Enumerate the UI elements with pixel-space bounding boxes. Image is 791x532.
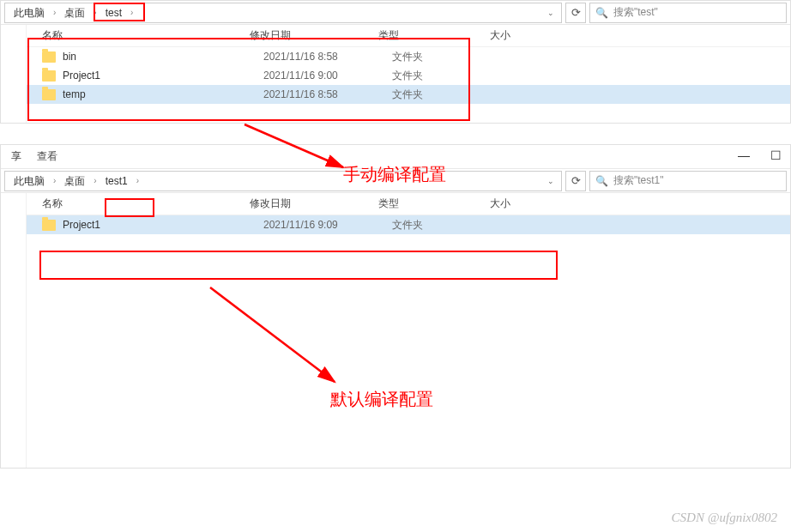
explorer-window-2: — ☐ 享 查看 此电脑 › 桌面 › test1 › ⌄ ⟳ 🔍 搜索"tes…	[0, 144, 791, 469]
minimize-button[interactable]: —	[738, 148, 750, 162]
breadcrumb-part[interactable]: 此电脑	[9, 172, 50, 190]
chevron-right-icon[interactable]: ›	[92, 8, 98, 17]
column-headers[interactable]: 名称 修改日期 类型 大小	[27, 193, 790, 215]
cell-type: 文件夹	[392, 69, 504, 83]
chevron-right-icon[interactable]: ›	[51, 176, 57, 185]
search-icon: 🔍	[595, 175, 608, 187]
chevron-down-icon[interactable]: ⌄	[544, 9, 558, 17]
tab-share[interactable]: 享	[11, 149, 21, 164]
search-input[interactable]: 🔍 搜索"test"	[589, 3, 787, 23]
breadcrumb-part[interactable]: test	[100, 3, 127, 22]
chevron-down-icon[interactable]: ⌄	[544, 177, 558, 185]
refresh-button[interactable]: ⟳	[565, 3, 586, 23]
col-date[interactable]: 修改日期	[250, 28, 378, 43]
breadcrumb-part[interactable]: test1	[100, 172, 133, 190]
col-date[interactable]: 修改日期	[250, 196, 378, 211]
breadcrumb-part[interactable]: 此电脑	[9, 3, 50, 22]
list-body: 名称 修改日期 类型 大小 Project1 2021/11/16 9:09 文…	[27, 193, 790, 468]
cell-type: 文件夹	[392, 50, 504, 64]
table-row[interactable]: Project1 2021/11/16 9:09 文件夹	[27, 215, 790, 234]
file-list: 名称 修改日期 类型 大小 bin 2021/11/16 8:58 文件夹 Pr…	[1, 25, 790, 123]
col-name[interactable]: 名称	[27, 28, 250, 43]
col-size[interactable]: 大小	[490, 28, 576, 43]
cell-date: 2021/11/16 8:58	[263, 88, 392, 100]
breadcrumb-part[interactable]: 桌面	[59, 172, 90, 190]
side-gutter	[1, 193, 27, 468]
search-placeholder: 搜索"test"	[613, 5, 658, 20]
list-body: 名称 修改日期 类型 大小 bin 2021/11/16 8:58 文件夹 Pr…	[27, 25, 790, 123]
spacer	[27, 104, 790, 123]
breadcrumb-part[interactable]: 桌面	[59, 3, 90, 22]
watermark: CSDN @ufgnix0802	[672, 511, 777, 525]
side-gutter	[1, 25, 27, 123]
folder-icon	[42, 51, 56, 63]
cell-type: 文件夹	[392, 218, 504, 233]
cell-date: 2021/11/16 8:58	[263, 51, 392, 63]
ribbon-tabs: 享 查看	[1, 145, 790, 169]
folder-icon	[42, 89, 56, 100]
col-type[interactable]: 类型	[378, 28, 490, 43]
search-input[interactable]: 🔍 搜索"test1"	[589, 171, 787, 191]
col-name[interactable]: 名称	[27, 196, 250, 211]
breadcrumb-bar: 此电脑 › 桌面 › test › ⌄ ⟳ 🔍 搜索"test"	[1, 1, 790, 25]
cell-name: Project1	[63, 219, 263, 231]
col-type[interactable]: 类型	[378, 196, 490, 211]
breadcrumb-bar: 此电脑 › 桌面 › test1 › ⌄ ⟳ 🔍 搜索"test1"	[1, 169, 790, 193]
search-icon: 🔍	[595, 7, 608, 19]
cell-name: Project1	[63, 70, 263, 82]
folder-icon	[42, 220, 56, 231]
table-row[interactable]: Project1 2021/11/16 9:00 文件夹	[27, 66, 790, 85]
chevron-right-icon[interactable]: ›	[129, 8, 135, 17]
col-size[interactable]: 大小	[490, 196, 576, 211]
column-headers[interactable]: 名称 修改日期 类型 大小	[27, 25, 790, 47]
cell-name: temp	[63, 88, 263, 100]
chevron-right-icon[interactable]: ›	[92, 176, 98, 185]
chevron-right-icon[interactable]: ›	[51, 8, 57, 17]
cell-date: 2021/11/16 9:09	[263, 219, 392, 231]
tab-view[interactable]: 查看	[37, 149, 57, 164]
explorer-window-1: 此电脑 › 桌面 › test › ⌄ ⟳ 🔍 搜索"test" 名称 修改日期…	[0, 0, 791, 124]
table-row[interactable]: temp 2021/11/16 8:58 文件夹	[27, 85, 790, 104]
maximize-button[interactable]: ☐	[770, 148, 782, 162]
refresh-button[interactable]: ⟳	[565, 171, 586, 191]
cell-name: bin	[63, 51, 263, 63]
file-list: 名称 修改日期 类型 大小 Project1 2021/11/16 9:09 文…	[1, 193, 790, 468]
cell-date: 2021/11/16 9:00	[263, 70, 392, 82]
cell-type: 文件夹	[392, 88, 504, 102]
chevron-right-icon[interactable]: ›	[135, 176, 141, 185]
folder-icon	[42, 70, 56, 82]
breadcrumb[interactable]: 此电脑 › 桌面 › test › ⌄	[4, 3, 562, 23]
table-row[interactable]: bin 2021/11/16 8:58 文件夹	[27, 47, 790, 66]
search-placeholder: 搜索"test1"	[613, 173, 664, 188]
window-controls: — ☐	[738, 148, 782, 162]
breadcrumb[interactable]: 此电脑 › 桌面 › test1 › ⌄	[4, 171, 562, 191]
